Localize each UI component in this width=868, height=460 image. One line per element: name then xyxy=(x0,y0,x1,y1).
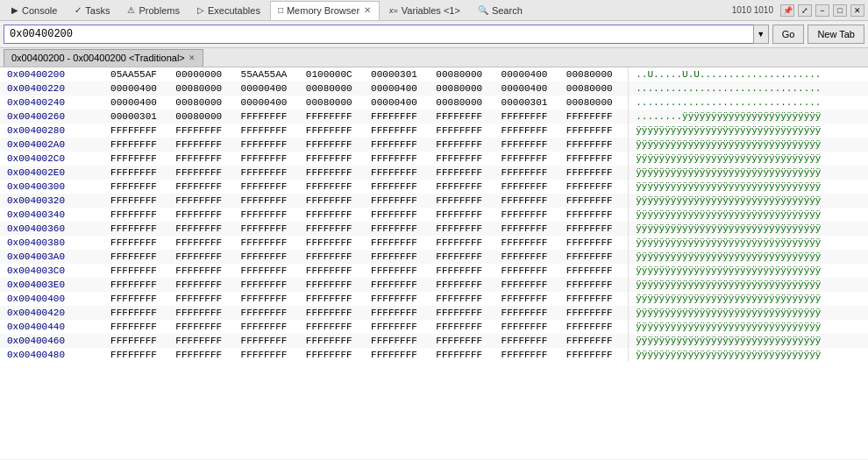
hex-cell[interactable]: FFFFFFFF xyxy=(498,180,563,194)
hex-cell[interactable]: FFFFFFFF xyxy=(107,320,172,334)
hex-cell[interactable]: FFFFFFFF xyxy=(563,138,629,152)
hex-cell[interactable]: 00000400 xyxy=(367,96,432,110)
hex-cell[interactable]: FFFFFFFF xyxy=(238,334,302,348)
hex-cell[interactable]: FFFFFFFF xyxy=(238,194,302,208)
hex-cell[interactable]: FFFFFFFF xyxy=(367,152,432,166)
hex-cell[interactable]: FFFFFFFF xyxy=(367,334,432,348)
hex-cell[interactable]: FFFFFFFF xyxy=(302,250,367,264)
hex-cell[interactable]: FFFFFFFF xyxy=(238,180,302,194)
hex-cell[interactable]: FFFFFFFF xyxy=(172,124,237,138)
hex-cell[interactable]: FFFFFFFF xyxy=(563,334,629,348)
hex-cell[interactable]: FFFFFFFF xyxy=(563,292,629,306)
hex-cell[interactable]: FFFFFFFF xyxy=(563,222,629,236)
hex-cell[interactable]: FFFFFFFF xyxy=(367,166,432,180)
hex-cell[interactable]: FFFFFFFF xyxy=(302,180,367,194)
hex-cell[interactable]: FFFFFFFF xyxy=(367,124,432,138)
hex-cell[interactable]: FFFFFFFF xyxy=(107,194,172,208)
hex-cell[interactable]: FFFFFFFF xyxy=(238,152,302,166)
hex-cell[interactable]: 00080000 xyxy=(563,67,629,81)
hex-cell[interactable]: FFFFFFFF xyxy=(302,152,367,166)
tab-variables[interactable]: x= Variables <1> xyxy=(381,1,468,20)
hex-cell[interactable]: FFFFFFFF xyxy=(563,306,629,320)
hex-cell[interactable]: FFFFFFFF xyxy=(563,320,629,334)
hex-cell[interactable]: FFFFFFFF xyxy=(563,166,629,180)
hex-cell[interactable]: FFFFFFFF xyxy=(563,278,629,292)
hex-cell[interactable]: FFFFFFFF xyxy=(238,236,302,250)
hex-cell[interactable]: FFFFFFFF xyxy=(107,222,172,236)
hex-cell[interactable]: FFFFFFFF xyxy=(107,152,172,166)
hex-cell[interactable]: FFFFFFFF xyxy=(302,138,367,152)
hex-cell[interactable]: FFFFFFFF xyxy=(498,278,563,292)
hex-cell[interactable]: FFFFFFFF xyxy=(498,292,563,306)
hex-cell[interactable]: 00080000 xyxy=(432,96,497,110)
hex-cell[interactable]: 55AA55AA xyxy=(238,67,302,81)
hex-cell[interactable]: 00080000 xyxy=(563,96,629,110)
hex-cell[interactable]: FFFFFFFF xyxy=(107,334,172,348)
hex-cell[interactable]: FFFFFFFF xyxy=(172,250,237,264)
sub-tab-traditional[interactable]: 0x00400200 - 0x00400200 <Traditional> ✕ xyxy=(4,49,203,67)
hex-cell[interactable]: FFFFFFFF xyxy=(432,264,497,278)
hex-cell[interactable]: FFFFFFFF xyxy=(172,152,237,166)
hex-cell[interactable]: FFFFFFFF xyxy=(238,250,302,264)
hex-cell[interactable]: FFFFFFFF xyxy=(498,250,563,264)
hex-cell[interactable]: FFFFFFFF xyxy=(107,208,172,222)
hex-cell[interactable]: FFFFFFFF xyxy=(367,138,432,152)
hex-cell[interactable]: FFFFFFFF xyxy=(563,208,629,222)
hex-cell[interactable]: FFFFFFFF xyxy=(302,194,367,208)
hex-cell[interactable]: 00000400 xyxy=(238,96,302,110)
hex-cell[interactable]: FFFFFFFF xyxy=(432,306,497,320)
hex-cell[interactable]: FFFFFFFF xyxy=(302,166,367,180)
hex-cell[interactable]: FFFFFFFF xyxy=(238,222,302,236)
hex-cell[interactable]: FFFFFFFF xyxy=(172,194,237,208)
hex-cell[interactable]: FFFFFFFF xyxy=(238,208,302,222)
hex-cell[interactable]: FFFFFFFF xyxy=(367,348,432,362)
hex-cell[interactable]: FFFFFFFF xyxy=(498,348,563,362)
hex-cell[interactable]: FFFFFFFF xyxy=(498,222,563,236)
hex-cell[interactable]: FFFFFFFF xyxy=(172,334,237,348)
hex-cell[interactable]: FFFFFFFF xyxy=(302,208,367,222)
hex-cell[interactable]: FFFFFFFF xyxy=(432,152,497,166)
hex-cell[interactable]: FFFFFFFF xyxy=(498,334,563,348)
hex-cell[interactable]: 00000400 xyxy=(498,67,563,81)
hex-cell[interactable]: FFFFFFFF xyxy=(563,264,629,278)
hex-cell[interactable]: FFFFFFFF xyxy=(367,320,432,334)
memory-table-wrapper[interactable]: 0x0040020005AA55AF0000000055AA55AA010000… xyxy=(0,67,868,459)
tab-tasks[interactable]: ✓ Tasks xyxy=(67,1,117,20)
hex-cell[interactable]: FFFFFFFF xyxy=(238,320,302,334)
hex-cell[interactable]: FFFFFFFF xyxy=(172,320,237,334)
hex-cell[interactable]: 00000000 xyxy=(172,67,237,81)
hex-cell[interactable]: 00080000 xyxy=(172,81,237,96)
hex-cell[interactable]: FFFFFFFF xyxy=(302,320,367,334)
hex-cell[interactable]: FFFFFFFF xyxy=(563,180,629,194)
hex-cell[interactable]: 05AA55AF xyxy=(107,67,172,81)
hex-cell[interactable]: FFFFFFFF xyxy=(563,348,629,362)
hex-cell[interactable]: FFFFFFFF xyxy=(432,124,497,138)
hex-cell[interactable]: FFFFFFFF xyxy=(498,110,563,124)
hex-cell[interactable]: FFFFFFFF xyxy=(498,194,563,208)
hex-cell[interactable]: 00000301 xyxy=(367,67,432,81)
hex-cell[interactable]: FFFFFFFF xyxy=(432,250,497,264)
hex-cell[interactable]: FFFFFFFF xyxy=(367,236,432,250)
hex-cell[interactable]: FFFFFFFF xyxy=(238,278,302,292)
hex-cell[interactable]: FFFFFFFF xyxy=(367,264,432,278)
hex-cell[interactable]: FFFFFFFF xyxy=(302,334,367,348)
maximize-button[interactable]: □ xyxy=(833,4,847,17)
pin-button[interactable]: 📌 xyxy=(780,4,794,17)
tab-executables[interactable]: ▷ Executables xyxy=(189,1,268,20)
hex-cell[interactable]: FFFFFFFF xyxy=(107,278,172,292)
hex-cell[interactable]: FFFFFFFF xyxy=(302,348,367,362)
hex-cell[interactable]: FFFFFFFF xyxy=(302,110,367,124)
hex-cell[interactable]: FFFFFFFF xyxy=(432,320,497,334)
hex-cell[interactable]: FFFFFFFF xyxy=(107,236,172,250)
hex-cell[interactable]: 00000301 xyxy=(498,96,563,110)
new-tab-button[interactable]: New Tab xyxy=(808,25,864,44)
hex-cell[interactable]: FFFFFFFF xyxy=(498,124,563,138)
hex-cell[interactable]: FFFFFFFF xyxy=(563,152,629,166)
hex-cell[interactable]: FFFFFFFF xyxy=(172,166,237,180)
hex-cell[interactable]: 00000400 xyxy=(107,96,172,110)
tab-console[interactable]: ▶ Console xyxy=(4,1,65,20)
address-input[interactable] xyxy=(4,25,754,44)
tab-memory-browser[interactable]: □ Memory Browser ✕ xyxy=(270,1,380,20)
hex-cell[interactable]: FFFFFFFF xyxy=(172,222,237,236)
hex-cell[interactable]: FFFFFFFF xyxy=(432,222,497,236)
